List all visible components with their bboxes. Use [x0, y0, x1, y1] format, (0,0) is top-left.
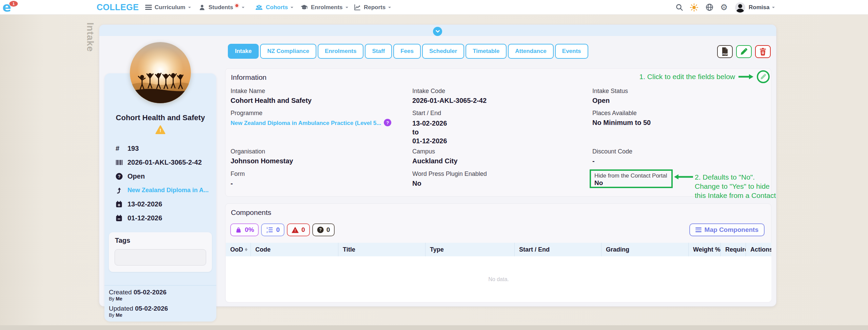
svg-text:1: 1 [267, 226, 268, 230]
svg-text:PDF: PDF [723, 53, 728, 56]
user-avatar[interactable] [735, 0, 745, 15]
edit-button[interactable] [736, 45, 752, 58]
list-item: ? Open [104, 169, 216, 183]
people-icon [255, 4, 263, 11]
field-discount-code: Discount Code - [592, 148, 632, 165]
list-badge[interactable]: 12 0 [261, 223, 284, 236]
programme-link[interactable]: New Zealand Diploma in A... [127, 187, 209, 194]
intake-panel: Cohort Health and Safety ! # 193 2026-01… [99, 24, 776, 307]
calendar-minus-icon [116, 215, 124, 222]
settings-gear-icon[interactable]: ⚙ [720, 0, 728, 15]
warning-triangle-icon: ! [292, 227, 299, 233]
created-label: Created [109, 289, 132, 296]
question-circle-icon: ? [116, 173, 124, 180]
information-title: Information [231, 73, 267, 81]
svg-text:?: ? [118, 174, 121, 179]
calendar-plus-icon [116, 201, 124, 208]
hamburger-icon [145, 4, 152, 11]
components-table-header: OoD Code Title Type Start / End Grading … [226, 243, 771, 256]
field-programme: Programme New Zealand Diploma in Ambulan… [231, 110, 391, 127]
top-navbar: e 1 COLLEGE Curriculum Students Cohorts … [0, 0, 868, 15]
weight-icon [235, 226, 242, 234]
menu-curriculum[interactable]: Curriculum [145, 0, 191, 15]
menu-enrolments[interactable]: Enrolments [300, 0, 348, 15]
intake-summary-list: # 193 2026-01-AKL-3065-2-42 ? Open New Z… [104, 142, 216, 225]
tab-fees[interactable]: Fees [393, 44, 421, 59]
field-hide-portal-value: No [594, 179, 603, 187]
information-card: Information 1. Click to edit the fields … [225, 68, 771, 197]
tab-nz-compliance[interactable]: NZ Compliance [260, 44, 316, 59]
arrow-right-icon [738, 74, 754, 80]
tab-attendance[interactable]: Attendance [508, 44, 554, 59]
warning-badge[interactable]: ! 0 [287, 223, 310, 236]
menu-label: Reports [364, 4, 386, 11]
by-label: By [109, 312, 114, 318]
tab-events[interactable]: Events [555, 44, 588, 59]
level-up-icon [116, 187, 124, 194]
pdf-file-icon: PDF [721, 47, 729, 56]
chevron-down-icon [388, 7, 391, 10]
column-code: Code [251, 243, 338, 256]
help-badge-icon[interactable]: ? [384, 119, 391, 126]
tab-enrolments[interactable]: Enrolments [318, 44, 364, 59]
collapse-button[interactable] [433, 27, 442, 36]
start-date: 13-02-2026 [127, 200, 162, 208]
delete-button[interactable] [755, 45, 771, 58]
annotation-1: 1. Click to edit the fields below [639, 70, 770, 84]
brand-title[interactable]: COLLEGE [97, 0, 139, 15]
annotation-1-text: 1. Click to edit the fields below [639, 73, 735, 81]
tags-input[interactable] [115, 249, 206, 265]
map-components-button[interactable]: Map Components [689, 223, 765, 236]
barcode-icon [116, 160, 124, 165]
ordered-list-icon: 12 [266, 226, 273, 234]
chevron-down-icon [188, 7, 191, 10]
weight-badge[interactable]: 0% [230, 223, 259, 236]
question-badge[interactable]: ? 0 [312, 223, 335, 236]
alert-dot-icon [235, 3, 239, 8]
edit-fields-button[interactable] [757, 70, 770, 83]
list-item: 2026-01-AKL-3065-2-42 [104, 155, 216, 169]
menu-reports[interactable]: Reports [354, 0, 391, 15]
intake-photo[interactable] [130, 42, 191, 103]
notification-badge: 1 [9, 1, 18, 7]
field-form: Form - [231, 170, 245, 187]
user-menu[interactable]: Romisa [749, 0, 775, 15]
app-logo[interactable]: e 1 [2, 0, 18, 15]
intake-title: Cohort Health and Safety [104, 113, 216, 122]
question-circle-icon: ? [317, 226, 324, 233]
tab-scheduler[interactable]: Scheduler [422, 44, 464, 59]
tab-timetable[interactable]: Timetable [466, 44, 507, 59]
search-icon[interactable] [675, 0, 684, 15]
field-intake-name: Intake Name Cohort Health and Safety [231, 88, 312, 105]
intake-code: 2026-01-AKL-3065-2-42 [127, 159, 202, 166]
annotation-2: 2. Defaults to "No". Change to "Yes" to … [695, 172, 776, 200]
menu-students[interactable]: Students [198, 0, 244, 15]
export-pdf-button[interactable]: PDF [717, 45, 733, 58]
created-date: 05-02-2026 [134, 289, 166, 296]
menu-label: Curriculum [155, 4, 185, 11]
menu-label: Enrolments [311, 4, 343, 11]
svg-text:2: 2 [267, 231, 268, 234]
person-icon [198, 4, 206, 11]
field-hide-portal-label: Hide from the Contact Portal [594, 172, 667, 179]
by-label: By [109, 296, 114, 301]
tags-title: Tags [115, 237, 130, 244]
audit-footer: Created 05-02-2026 By Me Updated 05-02-2… [109, 288, 168, 321]
record-actions: PDF [717, 45, 771, 58]
tab-intake[interactable]: Intake [228, 44, 259, 59]
updated-by: Me [116, 312, 122, 318]
column-weight: Weight % [689, 243, 721, 256]
page-background: Intake [0, 15, 868, 330]
chart-icon [354, 4, 361, 11]
theme-sun-icon[interactable] [690, 0, 698, 15]
language-globe-icon[interactable] [705, 0, 714, 15]
programme-link[interactable]: New Zealand Diploma in Ambulance Practic… [231, 120, 381, 126]
arrow-left-icon [674, 174, 693, 180]
empty-state: No data. [488, 276, 509, 282]
column-ood[interactable]: OoD [226, 243, 251, 256]
warning-icon[interactable]: ! [104, 125, 216, 134]
tab-staff[interactable]: Staff [365, 44, 392, 59]
menu-cohorts[interactable]: Cohorts [255, 0, 293, 15]
svg-text:!: ! [160, 128, 161, 133]
field-campus: Campus Auckland City [412, 148, 457, 165]
